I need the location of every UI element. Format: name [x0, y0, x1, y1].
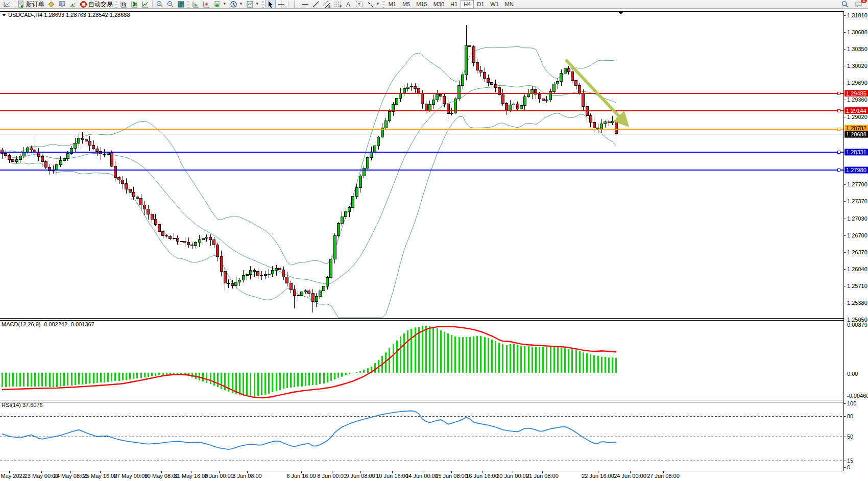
horizontal-line-button[interactable]	[300, 0, 310, 9]
macd-bar	[608, 357, 610, 373]
periods-button[interactable]: ▼	[228, 0, 245, 9]
chart-menu-icon[interactable]	[2, 14, 6, 16]
tile-windows-button[interactable]	[176, 0, 186, 9]
macd-axis-label: -0.004601	[847, 393, 868, 399]
macd-bar	[553, 347, 555, 373]
macd-bar	[359, 371, 361, 373]
macd-bar	[41, 373, 43, 387]
macd-bar	[264, 373, 266, 395]
macd-bar	[60, 373, 61, 387]
cursor-icon	[267, 1, 274, 8]
candle-down	[103, 154, 106, 155]
indicator-list-button[interactable]	[190, 0, 201, 9]
arrows-tool-button[interactable]: ▼	[365, 0, 381, 9]
macd-bar	[104, 373, 105, 382]
templates-button[interactable]: ▼	[245, 0, 261, 9]
hline-handle[interactable]	[837, 128, 840, 130]
macd-bar	[451, 335, 452, 373]
macd-bar	[400, 336, 401, 373]
market-watch-button[interactable]	[57, 0, 67, 9]
svg-text:E: E	[328, 5, 331, 8]
price-badge-label: 1.28782	[846, 125, 866, 131]
chart-object-button[interactable]	[46, 0, 57, 9]
timeframe-H4-button[interactable]: H4	[461, 0, 474, 9]
vertical-line-button[interactable]	[290, 0, 300, 9]
timeframe-MN-button[interactable]: MN	[502, 0, 517, 9]
zoom-out-button[interactable]	[165, 0, 176, 9]
autotrade-button[interactable]: 自动交易	[78, 0, 114, 9]
text-icon: A	[345, 1, 352, 8]
zoom-in-button[interactable]	[154, 0, 165, 9]
fibonacci-button[interactable]: F	[332, 0, 344, 9]
bar-chart-button[interactable]	[118, 0, 129, 9]
macd-bar	[136, 373, 138, 378]
macd-bar	[140, 373, 142, 378]
channel-button[interactable]: E	[321, 0, 332, 9]
crosshair-button[interactable]	[276, 0, 286, 9]
vertical-line-icon	[292, 1, 298, 8]
cursor-button[interactable]	[265, 0, 276, 9]
macd-bar	[319, 373, 321, 384]
chart-canvas[interactable]: 1.310101.306801.303501.300201.296901.293…	[0, 0, 868, 481]
clock-icon	[230, 1, 237, 8]
candle-down	[479, 70, 482, 72]
hline-handle[interactable]	[837, 151, 840, 153]
candle-down	[472, 47, 475, 62]
monitor-icon	[58, 1, 66, 8]
candle-down	[125, 184, 128, 189]
new-chart-button[interactable]	[2, 0, 12, 9]
candle-down	[143, 205, 146, 209]
macd-bar	[122, 373, 124, 380]
macd-bar	[151, 373, 153, 376]
macd-bar	[597, 356, 599, 373]
time-tick-label: 30 May 08:00	[144, 473, 179, 479]
new-order-button[interactable]: 新订单	[16, 0, 46, 9]
timeframe-W1-button[interactable]: W1	[487, 0, 502, 9]
add-indicator-button[interactable]: ▼	[212, 0, 228, 9]
timeframe-H1-button[interactable]: H1	[447, 0, 461, 9]
text-label-button[interactable]: T	[354, 0, 365, 9]
search-button[interactable]	[839, 0, 850, 9]
price-tick-label: 1.29690	[847, 80, 867, 86]
hline-handle[interactable]	[837, 92, 840, 94]
notifications-button[interactable]: 1	[853, 0, 864, 9]
macd-bar	[437, 328, 438, 373]
macd-bar	[615, 358, 617, 373]
crosshair-mode-button[interactable]	[201, 0, 212, 9]
search-icon	[841, 1, 849, 8]
timeframe-M15-button[interactable]: M15	[413, 0, 430, 9]
hline-handle[interactable]	[837, 169, 840, 172]
macd-bar	[469, 337, 471, 373]
timeframe-M30-button[interactable]: M30	[430, 0, 447, 9]
indicator-list-icon	[192, 1, 200, 8]
candle-up	[246, 274, 248, 276]
time-tick-label: 21 Jun 08:00	[526, 473, 559, 479]
chevron-down-icon: ▼	[255, 2, 259, 6]
candle-chart-button[interactable]	[129, 0, 140, 9]
macd-axis-label: 0.00	[847, 371, 858, 377]
toolbar-grip	[115, 1, 117, 8]
candle-down	[516, 104, 519, 109]
timeframe-M5-button[interactable]: M5	[399, 0, 413, 9]
macd-bar	[367, 368, 369, 373]
line-chart-button[interactable]	[140, 0, 151, 9]
chevron-down-icon: ▼	[376, 2, 380, 6]
macd-bar	[78, 373, 80, 384]
hline-handle[interactable]	[837, 109, 840, 112]
macd-bar	[403, 333, 405, 373]
macd-bar	[473, 336, 474, 373]
macd-bar	[126, 373, 127, 380]
macd-bar	[312, 373, 314, 385]
candle-up	[377, 137, 380, 146]
trendline-button[interactable]	[310, 0, 321, 9]
candle-down	[425, 104, 427, 111]
macd-bar	[63, 373, 65, 386]
timeframe-group: M1M5M15M30H1H4D1W1MN	[385, 0, 517, 9]
text-button[interactable]: A	[344, 0, 354, 9]
zoom-in-icon	[156, 1, 163, 8]
candle-up	[352, 196, 354, 207]
candle-up	[107, 153, 109, 154]
signals-button[interactable]	[67, 0, 78, 9]
timeframe-D1-button[interactable]: D1	[474, 0, 487, 9]
timeframe-M1-button[interactable]: M1	[385, 0, 399, 9]
